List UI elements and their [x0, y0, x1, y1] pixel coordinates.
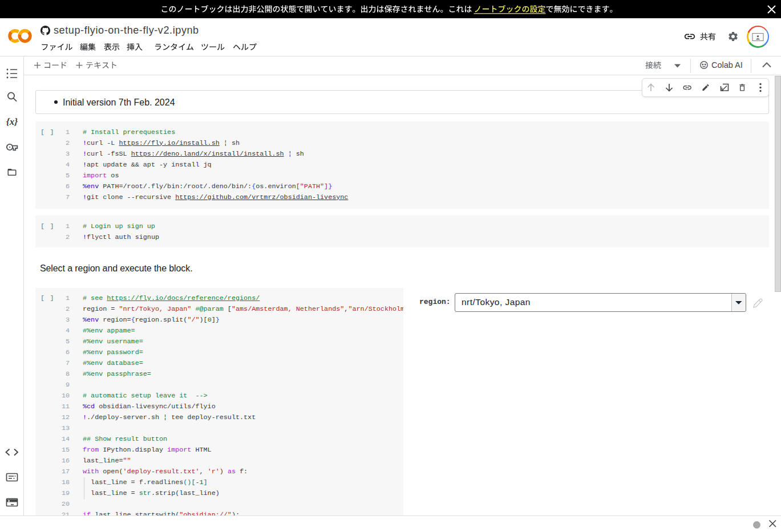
svg-text:{x}: {x} — [6, 116, 18, 127]
